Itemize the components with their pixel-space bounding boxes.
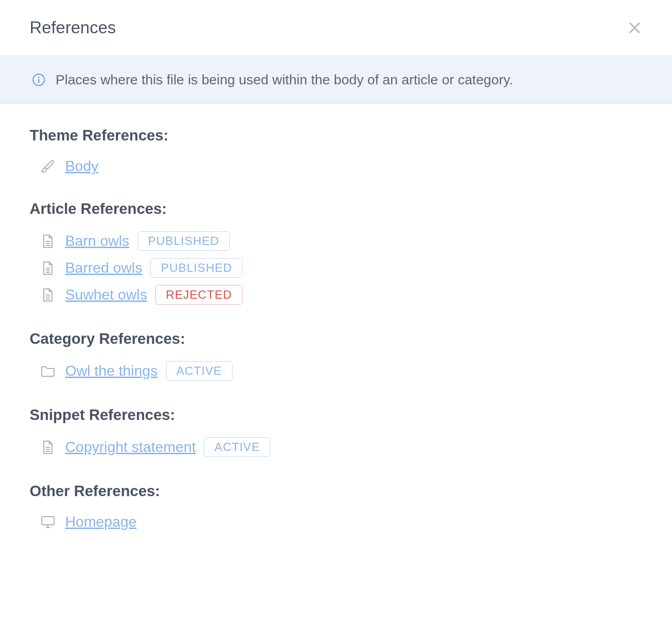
other-references-section: Other References: Homepage [30,482,642,534]
other-ref-link-homepage[interactable]: Homepage [65,513,137,530]
folder-icon [39,363,57,379]
category-ref-link-owl-the-things[interactable]: Owl the things [65,363,158,379]
article-ref-item: Suwhet owls REJECTED [30,281,642,308]
snippet-ref-item: Copyright statement ACTIVE [30,434,642,461]
snippet-references-section: Snippet References: Copyright statement … [30,406,642,461]
document-icon [39,260,57,276]
references-content: Theme References: Body Article Reference… [0,104,672,579]
article-ref-link-barred-owls[interactable]: Barred owls [65,259,142,276]
other-section-title: Other References: [30,482,642,500]
status-badge: PUBLISHED [138,231,230,251]
dialog-header: References [0,0,672,56]
info-text: Places where this file is being used wit… [56,72,513,88]
article-ref-item: Barred owls PUBLISHED [30,254,642,281]
info-banner: Places where this file is being used wit… [0,56,672,104]
svg-rect-17 [42,517,54,525]
theme-references-section: Theme References: Body [30,127,642,178]
article-references-section: Article References: Barn owls PUBLISHED [30,200,642,308]
status-badge: ACTIVE [166,361,233,381]
category-ref-item: Owl the things ACTIVE [30,358,642,384]
theme-section-title: Theme References: [30,127,642,144]
snippet-ref-link-copyright[interactable]: Copyright statement [65,439,196,456]
other-ref-item: Homepage [30,510,642,534]
document-icon [39,233,57,249]
status-badge: REJECTED [155,285,243,305]
close-button[interactable] [627,20,642,36]
article-section-title: Article References: [30,200,642,218]
article-ref-link-suwhet-owls[interactable]: Suwhet owls [65,286,147,303]
brush-icon [39,158,57,175]
category-section-title: Category References: [30,330,642,347]
dialog-title: References [30,18,116,37]
close-icon [627,20,642,36]
theme-ref-link-body[interactable]: Body [65,158,98,175]
document-icon [39,287,57,303]
monitor-icon [39,514,57,530]
article-ref-link-barn-owls[interactable]: Barn owls [65,233,129,249]
article-ref-item: Barn owls PUBLISHED [30,228,642,254]
category-references-section: Category References: Owl the things ACTI… [30,330,642,384]
theme-ref-item: Body [30,154,642,178]
status-badge: PUBLISHED [150,258,243,278]
document-icon [39,439,57,456]
svg-point-4 [38,77,40,78]
info-icon [32,73,46,87]
status-badge: ACTIVE [204,437,270,457]
snippet-section-title: Snippet References: [30,406,642,424]
